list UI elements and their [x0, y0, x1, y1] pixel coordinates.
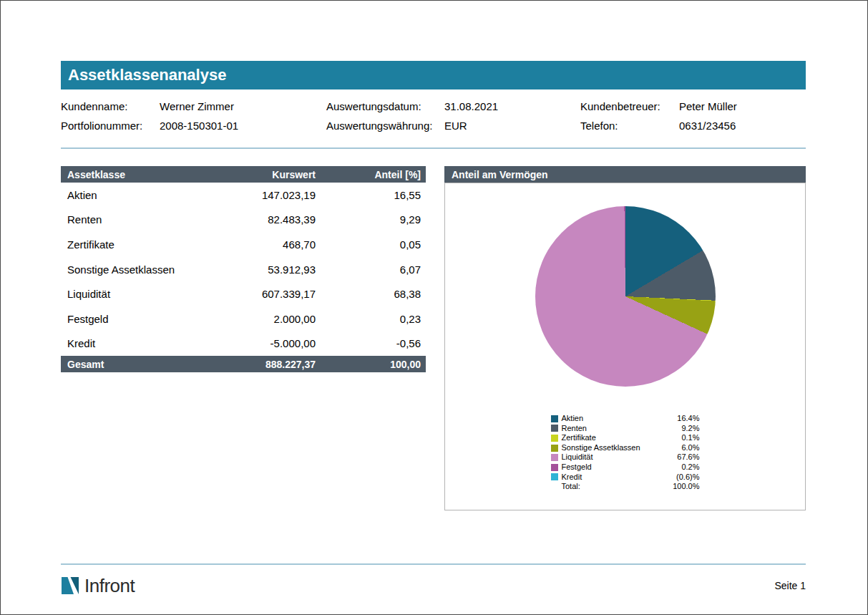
cell-gesamt-kurswert: 888.227,37	[208, 359, 316, 370]
legend-swatch-aktien	[551, 415, 558, 422]
table-row-kredit: Kredit -5.000,00 -0,56	[61, 331, 426, 357]
asset-class-table: Assetklasse Kurswert Anteil [%] Aktien 1…	[61, 166, 426, 510]
legend-label: Zertifikate	[562, 433, 682, 443]
legend-item-sonstige: Sonstige Assetklassen 6.0%	[551, 443, 700, 453]
legend-label: Sonstige Assetklassen	[562, 443, 682, 453]
table-row-sonstige: Sonstige Assetklassen 53.912,93 6,07	[61, 257, 426, 282]
cell-kurswert: 2.000,00	[208, 313, 316, 325]
legend-item-renten: Renten 9.2%	[551, 424, 700, 434]
page-number: Seite 1	[774, 580, 806, 591]
brand-name: Infront	[84, 575, 135, 597]
cell-anteil: 9,29	[316, 213, 426, 226]
cell-kurswert: 82.483,39	[208, 213, 316, 226]
pie-chart	[535, 206, 716, 387]
legend-label: Renten	[562, 424, 682, 434]
meta-label-kundenbetreuer: Kundenbetreuer:	[580, 100, 679, 112]
cell-anteil: 0,23	[316, 313, 426, 325]
cell-anteil: 6,07	[316, 263, 426, 276]
table-row-renten: Renten 82.483,39 9,29	[61, 208, 426, 233]
footer-divider	[61, 563, 806, 565]
col-header-anteil: Anteil [%]	[316, 169, 426, 180]
legend-item-zertifikate: Zertifikate 0.1%	[551, 433, 700, 443]
meta-value-kundenname: Werner Zimmer	[160, 100, 326, 112]
legend-percent: 6.0%	[681, 443, 699, 453]
legend-label: Aktien	[562, 414, 678, 424]
meta-value-kundenbetreuer: Peter Müller	[679, 100, 806, 112]
cell-anteil: 68,38	[316, 288, 426, 300]
legend-percent: 9.2%	[681, 424, 699, 434]
chart-panel-header: Anteil am Vermögen	[444, 166, 806, 183]
cell-assetklasse: Kredit	[61, 337, 208, 349]
cell-kurswert: -5.000,00	[208, 337, 316, 349]
legend-swatch-festgeld	[551, 464, 558, 471]
legend-percent: 16.4%	[677, 414, 699, 424]
meta-section: Kundenname: Werner Zimmer Auswertungsdat…	[61, 97, 806, 135]
chart-legend: Aktien 16.4% Renten 9.2% Zertifikate 0.1…	[551, 414, 700, 492]
legend-percent: 0.1%	[681, 433, 699, 443]
footer-bar: Infront Seite 1	[61, 573, 806, 598]
table-row-aktien: Aktien 147.023,19 16,55	[61, 183, 426, 208]
section-divider	[61, 147, 806, 149]
meta-value-portfolionummer: 2008-150301-01	[160, 120, 326, 132]
meta-label-auswertungsdatum: Auswertungsdatum:	[326, 100, 444, 112]
cell-anteil: -0,56	[316, 337, 426, 349]
legend-item-festgeld: Festgeld 0.2%	[551, 463, 700, 473]
table-footer-row: Gesamt 888.227,37 100,00	[61, 356, 426, 372]
legend-swatch-liquiditaet	[551, 454, 558, 461]
meta-value-telefon: 0631/23456	[679, 120, 806, 132]
table-row-liquiditaet: Liquidität 607.339,17 68,38	[61, 281, 426, 306]
table-row-festgeld: Festgeld 2.000,00 0,23	[61, 306, 426, 331]
cell-anteil: 16,55	[316, 189, 426, 201]
chart-container: Aktien 16.4% Renten 9.2% Zertifikate 0.1…	[444, 183, 806, 510]
col-header-assetklasse: Assetklasse	[61, 169, 208, 180]
legend-total-value: 100.0%	[673, 482, 699, 492]
cell-kurswert: 607.339,17	[208, 288, 316, 300]
meta-value-auswertungswaehrung: EUR	[444, 120, 580, 132]
cell-assetklasse: Liquidität	[61, 288, 208, 300]
legend-swatch-zertifikate	[551, 435, 558, 442]
legend-item-kredit: Kredit (0.6)%	[551, 473, 700, 483]
legend-label: Festgeld	[562, 463, 682, 473]
brand-logo: Infront	[61, 575, 135, 597]
cell-assetklasse: Renten	[61, 213, 208, 226]
cell-assetklasse: Zertifikate	[61, 238, 208, 251]
report-title-bar: Assetklassenanalyse	[61, 61, 806, 89]
legend-swatch-sonstige	[551, 445, 558, 452]
table-row-zertifikate: Zertifikate 468,70 0,05	[61, 232, 426, 257]
report-page: Assetklassenanalyse Kundenname: Werner Z…	[0, 0, 868, 615]
legend-percent: 0.2%	[681, 463, 699, 473]
col-header-kurswert: Kurswert	[208, 169, 316, 180]
chart-panel-title: Anteil am Vermögen	[452, 169, 548, 180]
legend-swatch-kredit	[551, 473, 558, 480]
infront-logo-icon	[61, 576, 79, 595]
cell-kurswert: 147.023,19	[208, 189, 316, 201]
legend-label: Kredit	[562, 473, 677, 483]
meta-label-auswertungswaehrung: Auswertungswährung:	[326, 120, 444, 132]
legend-total-label: Total:	[551, 482, 673, 492]
legend-percent: (0.6)%	[676, 473, 699, 483]
cell-anteil: 0,05	[316, 238, 426, 251]
legend-percent: 67.6%	[677, 452, 699, 463]
cell-kurswert: 468,70	[208, 238, 316, 251]
page-title: Assetklassenanalyse	[68, 66, 226, 84]
chart-panel: Anteil am Vermögen Aktien 16.4% Renten 9…	[444, 166, 806, 510]
main-content: Assetklasse Kurswert Anteil [%] Aktien 1…	[61, 166, 806, 510]
cell-kurswert: 53.912,93	[208, 263, 316, 276]
meta-label-portfolionummer: Portfolionummer:	[61, 120, 160, 132]
cell-gesamt-anteil: 100,00	[316, 359, 426, 370]
legend-item-aktien: Aktien 16.4%	[551, 414, 700, 424]
legend-swatch-renten	[551, 425, 558, 432]
legend-label: Liquidität	[562, 452, 678, 463]
cell-assetklasse: Festgeld	[61, 313, 208, 325]
cell-assetklasse: Aktien	[61, 189, 208, 201]
meta-label-telefon: Telefon:	[580, 120, 679, 132]
cell-assetklasse: Sonstige Assetklassen	[61, 263, 208, 276]
meta-label-kundenname: Kundenname:	[61, 100, 160, 112]
legend-item-liquiditaet: Liquidität 67.6%	[551, 452, 700, 463]
table-header-row: Assetklasse Kurswert Anteil [%]	[61, 166, 426, 183]
meta-value-auswertungsdatum: 31.08.2021	[444, 100, 580, 112]
legend-total-row: Total: 100.0%	[551, 482, 700, 492]
cell-gesamt-label: Gesamt	[61, 359, 208, 370]
